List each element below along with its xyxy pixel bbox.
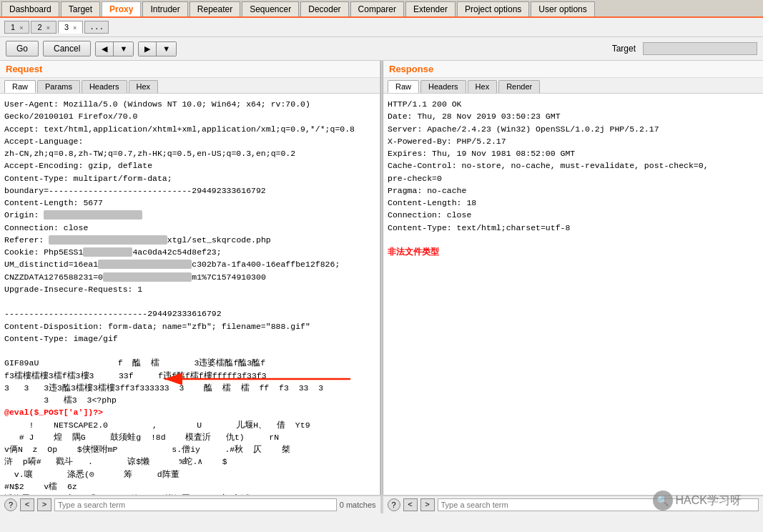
tab-sequencer[interactable]: Sequencer xyxy=(242,1,299,16)
request-tab-params[interactable]: Params xyxy=(37,80,80,93)
tab-decoder[interactable]: Decoder xyxy=(300,1,348,16)
tab-project-options[interactable]: Project options xyxy=(457,1,529,16)
tab-comparer[interactable]: Comparer xyxy=(350,1,404,16)
right-search-input[interactable] xyxy=(438,498,759,511)
response-panel: Response Raw Headers Hex Render HTTP/1.1… xyxy=(383,61,763,495)
history-tab-ellipsis[interactable]: ... xyxy=(84,21,109,34)
right-prev-button[interactable]: < xyxy=(403,498,418,511)
tab-repeater[interactable]: Repeater xyxy=(189,1,240,16)
close-tab-1[interactable]: × xyxy=(19,24,23,31)
cookie-cnzz xyxy=(103,272,192,282)
history-tab-1[interactable]: 1 × xyxy=(4,21,29,34)
right-next-button[interactable]: > xyxy=(420,498,435,511)
request-panel-tabs: Raw Params Headers Hex xyxy=(0,78,380,94)
close-tab-2[interactable]: × xyxy=(46,24,50,31)
target-value xyxy=(643,42,757,55)
tab-user-options[interactable]: User options xyxy=(531,1,594,16)
request-panel: Request Raw Params Headers Hex User-Agen… xyxy=(0,61,380,495)
left-status-bar: ? < > 0 matches xyxy=(0,496,383,513)
response-tab-hex[interactable]: Hex xyxy=(468,80,498,93)
history-tab-2[interactable]: 2 × xyxy=(31,21,56,34)
right-help-button[interactable]: ? xyxy=(388,498,400,511)
main-content: Request Raw Params Headers Hex User-Agen… xyxy=(0,61,763,495)
eval-highlight: @eval($_POST['a'])?> xyxy=(4,408,103,417)
request-tab-hex[interactable]: Hex xyxy=(129,80,159,93)
tab-proxy[interactable]: Proxy xyxy=(102,1,141,16)
response-tab-headers[interactable]: Headers xyxy=(420,80,466,93)
toolbar: Go Cancel ◀ ▼ ▶ ▼ Target xyxy=(0,37,763,61)
response-panel-title: Response xyxy=(383,61,763,78)
forward-dropdown[interactable]: ▼ xyxy=(157,42,176,56)
cancel-button[interactable]: Cancel xyxy=(43,41,91,56)
close-tab-3[interactable]: × xyxy=(73,24,77,31)
origin-value xyxy=(44,210,142,220)
forward-button[interactable]: ▶ xyxy=(139,42,157,56)
cookie-um xyxy=(98,260,192,269)
tab-extender[interactable]: Extender xyxy=(405,1,456,16)
back-button[interactable]: ◀ xyxy=(96,42,114,56)
left-search-input[interactable] xyxy=(54,498,337,511)
history-tabs-row: 1 × 2 × 3 × ... xyxy=(0,18,763,37)
request-tab-raw[interactable]: Raw xyxy=(4,80,36,93)
cookie-phpsess xyxy=(83,247,132,257)
response-tab-render[interactable]: Render xyxy=(498,80,540,93)
referer-value xyxy=(49,235,167,245)
history-tab-3[interactable]: 3 × xyxy=(58,21,83,34)
right-status-bar: ? < > xyxy=(383,496,764,513)
nav-tabs: Dashboard Target Proxy Intruder Repeater… xyxy=(0,0,763,18)
response-panel-tabs: Raw Headers Hex Render xyxy=(383,78,763,94)
request-body: User-Agent: Mozilla/5.0 (Windows NT 10.0… xyxy=(0,94,380,495)
response-body: HTTP/1.1 200 OK Date: Thu, 28 Nov 2019 0… xyxy=(383,94,763,495)
left-match-count: 0 matches xyxy=(340,501,376,509)
tab-intruder[interactable]: Intruder xyxy=(142,1,187,16)
go-button[interactable]: Go xyxy=(6,41,39,56)
response-body-text: 非法文件类型 xyxy=(388,247,439,257)
nav-forward-group: ▶ ▼ xyxy=(138,41,177,56)
left-prev-button[interactable]: < xyxy=(20,498,34,511)
nav-arrow-group: ◀ ▼ xyxy=(95,41,134,56)
bottom-bars: ? < > 0 matches ? < > xyxy=(0,495,763,513)
left-next-button[interactable]: > xyxy=(37,498,51,511)
tab-dashboard[interactable]: Dashboard xyxy=(1,1,59,16)
tab-target[interactable]: Target xyxy=(61,1,100,16)
response-tab-raw[interactable]: Raw xyxy=(388,80,419,93)
target-label: Target xyxy=(612,44,636,54)
left-help-button[interactable]: ? xyxy=(4,498,17,511)
request-tab-headers[interactable]: Headers xyxy=(82,80,127,93)
request-panel-title: Request xyxy=(0,61,380,78)
app-wrapper: Dashboard Target Proxy Intruder Repeater… xyxy=(0,0,763,532)
back-dropdown[interactable]: ▼ xyxy=(114,42,133,56)
